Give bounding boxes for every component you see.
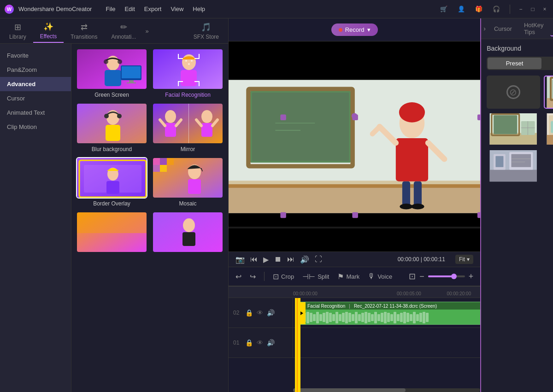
bg-disabled-icon: ⊘ bbox=[506, 85, 520, 99]
mark-button[interactable]: ⚑ Mark bbox=[337, 272, 359, 281]
menu-edit[interactable]: Edit bbox=[124, 6, 135, 12]
menu-export[interactable]: Export bbox=[144, 6, 162, 12]
zoom-slider[interactable] bbox=[428, 275, 465, 277]
track-audio-01[interactable]: 🔊 bbox=[267, 339, 275, 346]
svg-rect-72 bbox=[280, 212, 286, 218]
track-eye-01[interactable]: 👁 bbox=[257, 339, 263, 346]
svg-rect-6 bbox=[122, 66, 141, 78]
right-tab-effect[interactable]: Effect bbox=[550, 21, 553, 36]
sidebar-item-cursor[interactable]: Cursor bbox=[0, 91, 71, 105]
gift-icon[interactable]: 🎁 bbox=[472, 3, 485, 16]
track-num-01: 01 bbox=[233, 339, 241, 346]
local-button[interactable]: Local bbox=[542, 58, 553, 69]
menu-help[interactable]: Help bbox=[193, 6, 205, 12]
svg-rect-97 bbox=[490, 170, 537, 182]
cart-icon[interactable]: 🛒 bbox=[437, 3, 450, 16]
menu-file[interactable]: File bbox=[106, 6, 115, 12]
effect-card-green-screen[interactable]: Green Screen bbox=[76, 48, 147, 98]
play-button[interactable]: ▶ bbox=[263, 255, 269, 264]
fit-dropdown[interactable]: Fit ▾ bbox=[455, 255, 473, 264]
time-display: 00:00:00 | 00:00:11 bbox=[398, 256, 445, 263]
undo-button[interactable]: ↩ bbox=[235, 272, 241, 281]
svg-rect-29 bbox=[201, 123, 212, 137]
zoom-fit-button[interactable]: ⊡ bbox=[409, 271, 416, 281]
tab-transitions-label: Transitions bbox=[71, 34, 97, 40]
preset-button[interactable]: Preset bbox=[488, 58, 541, 69]
sidebar-item-panzoom[interactable]: Pan&Zoom bbox=[0, 63, 71, 77]
tab-annotations[interactable]: ✏ Annotati... bbox=[104, 20, 143, 42]
effect-label-green-screen: Green Screen bbox=[94, 92, 129, 98]
user-icon[interactable]: 👤 bbox=[455, 3, 468, 16]
zoom-out-button[interactable]: − bbox=[419, 272, 424, 281]
effect-card-partial1[interactable] bbox=[76, 211, 147, 255]
video-preview bbox=[229, 41, 480, 252]
tab-annotations-label: Annotati... bbox=[111, 34, 136, 40]
volume-button[interactable]: 🔊 bbox=[300, 255, 309, 264]
record-button[interactable]: Record ▾ bbox=[331, 23, 378, 36]
track-audio-02[interactable]: 🔊 bbox=[267, 309, 275, 316]
svg-rect-71 bbox=[280, 115, 286, 120]
playhead bbox=[297, 298, 298, 392]
effect-card-blur[interactable]: Blur background bbox=[76, 103, 147, 152]
tab-transitions[interactable]: ⇄ Transitions bbox=[64, 20, 104, 42]
fullscreen-button[interactable]: ⛶ bbox=[315, 255, 322, 263]
effect-card-mirror[interactable]: Mirror bbox=[152, 103, 224, 152]
bg-thumb-classroom1[interactable] bbox=[544, 76, 553, 109]
record-caret: ▾ bbox=[367, 26, 371, 33]
bg-thumb-office2[interactable] bbox=[487, 149, 540, 182]
ruler-label-0: 00:00:00:00 bbox=[293, 291, 318, 298]
track-eye-02[interactable]: 👁 bbox=[257, 309, 263, 316]
maximize-button[interactable]: □ bbox=[529, 6, 536, 13]
crop-label: Crop bbox=[281, 273, 294, 280]
bg-thumb-office1[interactable] bbox=[544, 112, 553, 146]
bg-thumb-classroom2[interactable] bbox=[487, 112, 540, 146]
svg-rect-94 bbox=[551, 121, 553, 133]
right-tab-cursor[interactable]: Cursor bbox=[488, 22, 518, 36]
prev-button[interactable]: ⏮ bbox=[250, 255, 258, 263]
tabs-expand-icon[interactable]: » bbox=[145, 28, 148, 35]
right-tab-hotkey[interactable]: HotKey Tips bbox=[518, 18, 549, 39]
sidebar-item-favorite[interactable]: Favorite bbox=[0, 48, 71, 63]
right-tabs: › Cursor HotKey Tips Effect ↑ Export bbox=[481, 18, 553, 39]
sidebar-item-advanced[interactable]: Advanced bbox=[0, 77, 71, 91]
zoom-in-button[interactable]: + bbox=[469, 272, 474, 281]
menu-view[interactable]: View bbox=[171, 6, 183, 12]
sidebar-item-animated-text[interactable]: Animated Text bbox=[0, 105, 71, 120]
track-lock-01[interactable]: 🔒 bbox=[245, 339, 253, 346]
svg-point-69 bbox=[411, 204, 424, 209]
track-num-02: 02 bbox=[233, 310, 241, 316]
timeline-track-01: 01 🔒 👁 🔊 bbox=[229, 328, 480, 358]
transitions-icon: ⇄ bbox=[81, 22, 88, 32]
right-panel-expand-icon[interactable]: › bbox=[483, 25, 486, 32]
timeline-clip[interactable]: Facial Recognition | Rec_2022-07-12 11-3… bbox=[298, 302, 480, 325]
effect-thumb-border bbox=[76, 157, 147, 199]
track-lock-02[interactable]: 🔒 bbox=[245, 309, 253, 316]
effect-card-partial2[interactable] bbox=[152, 211, 224, 255]
tab-effects[interactable]: ✨ Effects bbox=[33, 19, 64, 43]
fit-button[interactable]: Fit ▾ bbox=[455, 255, 473, 264]
close-button[interactable]: × bbox=[541, 6, 548, 13]
effect-card-border[interactable]: Border Overlay bbox=[76, 157, 147, 207]
zoom-slider-fill bbox=[428, 275, 454, 277]
crop-button[interactable]: ⊡ Crop bbox=[273, 272, 294, 281]
effect-card-facial[interactable]: Facial Recognition bbox=[152, 48, 224, 98]
effect-label-mosaic: Mosaic bbox=[179, 200, 196, 207]
headset-icon[interactable]: 🎧 bbox=[490, 3, 503, 16]
effect-label-facial: Facial Recognition bbox=[165, 92, 211, 98]
bg-thumb-disabled[interactable]: ⊘ bbox=[487, 76, 540, 109]
svg-rect-2 bbox=[105, 70, 121, 86]
timeline-scrollbar[interactable] bbox=[293, 388, 480, 392]
tab-library[interactable]: ⊞ Library bbox=[2, 20, 33, 42]
voice-button[interactable]: 🎙 Voice bbox=[368, 272, 392, 281]
tab-sfx[interactable]: 🎵 SFX Store bbox=[187, 20, 226, 42]
stop-button[interactable]: ⏹ bbox=[274, 255, 282, 263]
svg-point-19 bbox=[109, 114, 117, 121]
redo-button[interactable]: ↪ bbox=[250, 272, 256, 281]
effect-card-mosaic[interactable]: Mosaic bbox=[152, 157, 224, 207]
video-progress-bar[interactable] bbox=[229, 227, 480, 228]
split-button[interactable]: ⊣⊢ Split bbox=[302, 272, 329, 281]
screenshot-button[interactable]: 📷 bbox=[235, 255, 245, 264]
next-button[interactable]: ⏭ bbox=[287, 255, 294, 263]
sidebar-item-clip-motion[interactable]: Clip Motion bbox=[0, 120, 71, 134]
minimize-button[interactable]: − bbox=[517, 6, 524, 13]
